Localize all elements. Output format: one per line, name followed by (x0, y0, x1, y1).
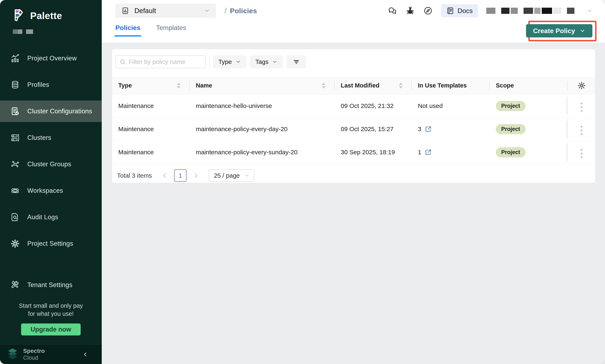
cell-actions (567, 94, 595, 117)
redacted-block (486, 8, 495, 14)
external-link-icon[interactable] (425, 149, 432, 156)
table-row[interactable]: Maintenance maintenance-hello-universe 0… (112, 94, 595, 117)
clusters-icon (10, 133, 20, 143)
policies-card: Type Tags (112, 49, 595, 183)
redacted-block (534, 8, 541, 14)
sidebar-item-label: Profiles (27, 81, 49, 89)
cell-in-use: 3 (412, 117, 490, 141)
upgrade-now-button[interactable]: Upgrade now (21, 324, 81, 336)
redacted-block (501, 8, 509, 14)
tab-policies[interactable]: Policies (115, 24, 140, 37)
breadcrumb-separator: / (225, 6, 227, 15)
sidebar-item-workspaces[interactable]: Workspaces (0, 180, 102, 201)
sidebar-collapse-icon[interactable] (82, 351, 89, 358)
row-actions-kebab-icon[interactable] (579, 125, 584, 136)
feedback-chat-icon[interactable] (388, 6, 397, 15)
page-size-select[interactable]: 25 / page (209, 169, 254, 182)
cluster-groups-icon (10, 159, 20, 169)
workspaces-icon (10, 186, 20, 195)
cell-in-use: Not used (412, 94, 490, 117)
header-top-row: Default / Policies (115, 0, 605, 18)
cell-name: maintenance-hello-universe (190, 94, 335, 117)
column-header-last-modified[interactable]: Last Modified (335, 77, 412, 94)
next-page-icon[interactable] (192, 172, 200, 179)
page-number-button[interactable]: 1 (174, 169, 187, 182)
tab-templates[interactable]: Templates (156, 24, 186, 37)
sort-icon[interactable] (399, 83, 403, 89)
table-header-row: Type Name Last Modified (112, 77, 595, 94)
page-header: Default / Policies (102, 0, 605, 43)
sidebar-item-profiles[interactable]: Profiles (0, 74, 102, 96)
policy-search (115, 55, 206, 68)
content-area: Type Tags (102, 43, 605, 364)
row-actions-kebab-icon[interactable] (579, 148, 584, 159)
redacted-block (553, 8, 561, 14)
sort-icon[interactable] (177, 83, 180, 89)
cell-scope: Project (490, 117, 567, 141)
toolbar-divider (209, 55, 210, 68)
docs-button[interactable]: Docs (441, 4, 478, 17)
column-header-type[interactable]: Type (112, 77, 190, 94)
sidebar-item-audit-logs[interactable]: Audit Logs (0, 206, 102, 228)
search-input[interactable] (129, 58, 201, 65)
chevron-down-icon (579, 28, 585, 34)
redacted-tenant-info (13, 29, 102, 34)
external-link-icon[interactable] (425, 126, 432, 132)
column-header-in-use-templates: In Use Templates (412, 77, 490, 94)
sidebar-item-cluster-configurations[interactable]: Cluster Configurations (0, 101, 102, 122)
filter-lines-button[interactable] (287, 55, 306, 68)
cell-name: maintenance-policy-every-sunday-20 (190, 141, 335, 164)
column-settings-header (567, 77, 595, 94)
project-scope-selector[interactable]: Default (115, 4, 216, 18)
chevron-down-icon (204, 8, 210, 14)
main-area: Default / Policies (102, 0, 605, 364)
docs-label: Docs (458, 7, 473, 15)
scope-badge: Project (496, 124, 526, 134)
cell-type: Maintenance (112, 141, 190, 164)
previous-page-icon[interactable] (161, 172, 168, 179)
sidebar-item-cluster-groups[interactable]: Cluster Groups (0, 154, 102, 175)
redacted-block (567, 8, 574, 14)
docs-book-icon (446, 7, 454, 15)
tags-filter-button[interactable]: Tags (250, 55, 283, 68)
sidebar-item-project-overview[interactable]: Project Overview (0, 48, 102, 69)
sidebar-item-label: Workspaces (27, 187, 63, 195)
cell-actions (567, 117, 595, 141)
sidebar-item-label: Audit Logs (27, 213, 58, 221)
column-header-name[interactable]: Name (190, 77, 335, 94)
table-settings-gear-icon[interactable] (577, 81, 586, 90)
row-actions-kebab-icon[interactable] (579, 101, 584, 113)
sidebar-item-label: Clusters (27, 134, 51, 142)
breadcrumb: / Policies (225, 6, 257, 15)
scope-badge: Project (496, 147, 526, 157)
profiles-icon (10, 80, 20, 90)
spectro-cloud-logo-icon (7, 348, 19, 361)
sidebar: Palette Project Overview (0, 0, 102, 364)
table-row[interactable]: Maintenance maintenance-policy-every-sun… (112, 141, 595, 164)
redacted-block (26, 29, 33, 34)
sidebar-footer: Spectro Cloud (0, 345, 102, 364)
cell-scope: Project (490, 141, 567, 164)
redacted-block (511, 8, 518, 14)
project-settings-gear-icon (10, 239, 20, 248)
redacted-block (13, 29, 22, 34)
user-menu-chevron-icon[interactable] (587, 8, 592, 14)
sidebar-item-label: Cluster Configurations (27, 107, 92, 115)
page-size-value: 25 / page (214, 172, 240, 179)
cell-in-use: 1 (412, 141, 490, 164)
policies-table: Type Name Last Modified (112, 77, 595, 164)
sidebar-item-project-settings[interactable]: Project Settings (0, 233, 102, 254)
type-filter-button[interactable]: Type (213, 55, 246, 68)
table-row[interactable]: Maintenance maintenance-policy-every-day… (112, 117, 595, 141)
explore-compass-icon[interactable] (423, 6, 433, 15)
promo-text-line1: Start small and only pay (0, 302, 102, 310)
sidebar-item-tenant-settings[interactable]: Tenant Settings (0, 274, 102, 296)
scope-badge: Project (496, 101, 526, 111)
project-scope-icon (121, 7, 129, 15)
report-bug-icon[interactable] (405, 6, 415, 15)
sort-icon[interactable] (322, 83, 325, 89)
sidebar-item-label: Project Settings (27, 240, 73, 247)
create-policy-button[interactable]: Create Policy (526, 24, 592, 38)
sidebar-item-clusters[interactable]: Clusters (0, 127, 102, 148)
filter-lines-icon (293, 58, 300, 65)
